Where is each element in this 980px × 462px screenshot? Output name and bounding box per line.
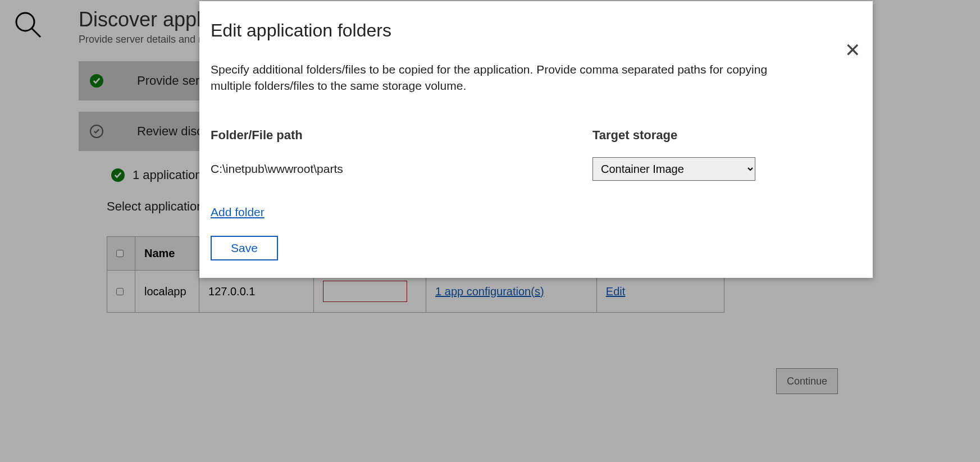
- folder-path-value: C:\inetpub\wwwroot\parts: [211, 162, 592, 176]
- add-folder-link[interactable]: Add folder: [211, 205, 265, 219]
- edit-folders-modal: Edit application folders ✕ Specify addit…: [199, 1, 873, 278]
- modal-description: Specify additional folders/files to be c…: [211, 61, 806, 94]
- col-target-storage: Target storage: [592, 128, 677, 143]
- target-storage-select[interactable]: Container Image: [592, 157, 755, 181]
- col-folder-path: Folder/File path: [211, 128, 592, 143]
- save-button[interactable]: Save: [211, 236, 278, 260]
- close-icon[interactable]: ✕: [845, 40, 860, 60]
- modal-title: Edit application folders: [211, 20, 850, 41]
